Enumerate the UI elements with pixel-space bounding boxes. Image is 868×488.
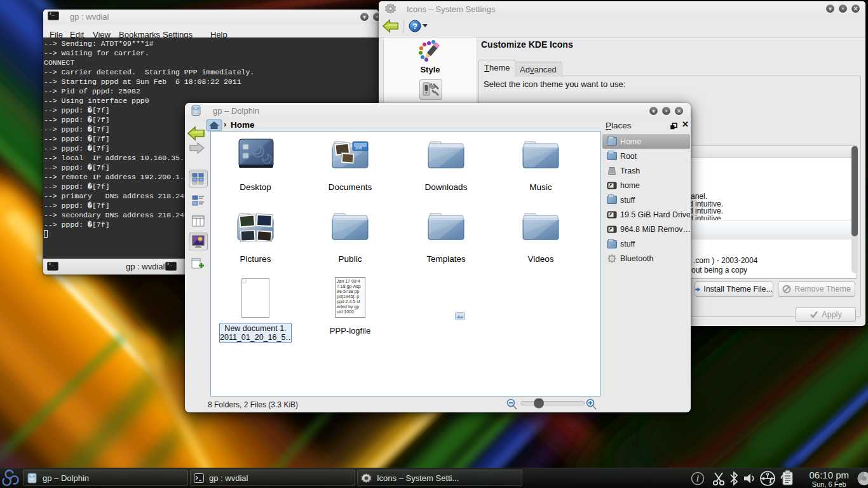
svg-text:i: i: [696, 474, 699, 484]
svg-text:arted by gp: arted by gp: [337, 304, 359, 309]
svg-text:ppd 2.4.5 st: ppd 2.4.5 st: [337, 299, 360, 304]
svg-text:pd[1946]: p: pd[1946]: p: [337, 294, 359, 299]
svg-text:ire-5738 pp: ire-5738 pp: [337, 289, 360, 294]
svg-text:7:18 gp-Asp: 7:18 gp-Asp: [337, 284, 361, 289]
svg-text:Jan 17 09:4: Jan 17 09:4: [337, 279, 360, 283]
svg-text:208: 208: [355, 146, 362, 150]
svg-text:?: ?: [412, 22, 417, 31]
svg-text:uid 1000: uid 1000: [337, 309, 354, 314]
